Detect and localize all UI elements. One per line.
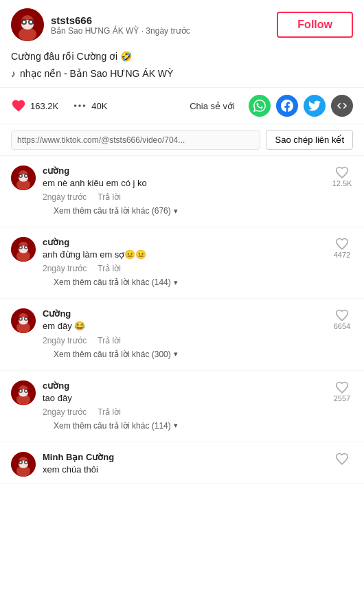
comment-body: Minh Bạn Cường xem chúa thôi: [43, 452, 114, 479]
svg-point-8: [74, 104, 77, 107]
commenter-avatar[interactable]: [11, 380, 36, 405]
share-twitter-button[interactable]: [304, 95, 326, 117]
comment-actions: 2ngày trước Trả lời: [43, 336, 121, 345]
caption-text: Cường đâu rồi Cường ơi 🤣: [11, 51, 132, 62]
commenter-avatar[interactable]: [11, 237, 36, 262]
follow-button[interactable]: Follow: [277, 12, 353, 38]
like-count: 6654: [334, 322, 350, 330]
svg-point-50: [25, 461, 27, 463]
comment-text: em đây 😂: [43, 320, 121, 332]
share-icons: [249, 95, 353, 117]
reply-button[interactable]: Trả lời: [98, 264, 121, 273]
post-caption: Cường đâu rồi Cường ơi 🤣: [0, 49, 364, 68]
comment-header: cường anh đừng làm em sợ😐😐 2ngày trước T…: [11, 237, 146, 273]
more-replies-text: Xem thêm câu trả lời khác (676): [54, 206, 171, 216]
comment-time: 2ngày trước: [43, 264, 87, 273]
comment-text: anh đừng làm em sợ😐😐: [43, 249, 146, 261]
comment-body: cường em nè anh kiêu em có j ko 2ngày tr…: [43, 166, 147, 202]
comment-text: tao đây: [43, 392, 121, 405]
reply-button[interactable]: Trả lời: [98, 336, 121, 345]
commenter-name: Minh Bạn Cường: [43, 452, 114, 462]
comment-row: cường anh đừng làm em sợ😐😐 2ngày trước T…: [11, 237, 353, 273]
more-replies-text: Xem thêm câu trả lời khác (114): [54, 421, 171, 431]
comment-body: Cường em đây 😂 2ngày trước Trả lời: [43, 308, 121, 345]
svg-point-26: [25, 247, 27, 249]
more-replies-button[interactable]: Xem thêm câu trả lời khác (144) ▾: [11, 273, 353, 294]
link-url: https://www.tiktok.com/@ststs666/video/7…: [11, 130, 260, 150]
comment-actions: 2ngày trước Trả lời: [43, 407, 121, 417]
svg-point-18: [25, 175, 27, 177]
heart-icon: [335, 237, 349, 251]
user-avatar[interactable]: [11, 8, 44, 41]
share-code-button[interactable]: [331, 95, 353, 117]
chevron-down-icon: ▾: [174, 207, 178, 216]
chevron-down-icon: ▾: [174, 421, 178, 430]
commenter-name: cường: [43, 380, 121, 391]
commenter-avatar[interactable]: [11, 452, 36, 477]
svg-point-49: [20, 461, 22, 463]
more-replies-button[interactable]: Xem thêm câu trả lời khác (114) ▾: [11, 417, 353, 437]
comment-row: Minh Bạn Cường xem chúa thôi: [11, 452, 353, 479]
comment-time: 2ngày trước: [43, 336, 87, 345]
link-row: https://www.tiktok.com/@ststs666/video/7…: [0, 124, 364, 156]
commenter-name: cường: [43, 166, 147, 176]
comments-stat[interactable]: 40K: [72, 98, 107, 113]
svg-point-17: [20, 175, 22, 177]
comment-body: cường anh đừng làm em sợ😐😐 2ngày trước T…: [43, 237, 146, 273]
comment-like[interactable]: 6654: [331, 308, 353, 330]
music-line[interactable]: ♪ nhạc nền - Bản Sao HƯNG ÁK WỲ: [0, 68, 364, 87]
comment-item: cường anh đừng làm em sợ😐😐 2ngày trước T…: [0, 227, 364, 299]
reply-button[interactable]: Trả lời: [98, 192, 121, 202]
comments-section: cường em nè anh kiêu em có j ko 2ngày tr…: [0, 156, 364, 483]
comment-icon: [72, 98, 87, 113]
svg-point-41: [20, 389, 22, 391]
svg-point-42: [25, 389, 27, 391]
comment-item: Cường em đây 😂 2ngày trước Trả lời 6654 …: [0, 299, 364, 370]
svg-point-25: [20, 247, 22, 249]
music-note-icon: ♪: [11, 68, 16, 79]
comment-row: cường em nè anh kiêu em có j ko 2ngày tr…: [11, 166, 353, 202]
comment-like[interactable]: [331, 452, 353, 466]
chevron-down-icon: ▾: [174, 350, 178, 359]
copy-link-button[interactable]: Sao chép liên kết: [266, 130, 353, 150]
comment-like[interactable]: 4472: [331, 237, 353, 259]
comment-header: Cường em đây 😂 2ngày trước Trả lời: [11, 308, 121, 345]
stats-row: 163.2K 40K Chia sẻ với: [0, 87, 364, 124]
likes-count: 163.2K: [30, 101, 58, 111]
more-replies-button[interactable]: Xem thêm câu trả lời khác (676) ▾: [11, 202, 353, 223]
svg-point-7: [30, 21, 32, 23]
comments-count: 40K: [91, 101, 107, 111]
username[interactable]: ststs666: [51, 14, 190, 26]
comment-item: Minh Bạn Cường xem chúa thôi: [0, 442, 364, 483]
share-facebook-button[interactable]: [276, 95, 298, 117]
like-count: 4472: [334, 251, 350, 259]
likes-stat[interactable]: 163.2K: [11, 98, 58, 113]
svg-point-6: [23, 21, 25, 23]
comment-row: Cường em đây 😂 2ngày trước Trả lời 6654: [11, 308, 353, 345]
comment-item: cường em nè anh kiêu em có j ko 2ngày tr…: [0, 156, 364, 227]
comment-time: 2ngày trước: [43, 192, 87, 202]
more-replies-button[interactable]: Xem thêm câu trả lời khác (300) ▾: [11, 345, 353, 366]
comment-actions: 2ngày trước Trả lời: [43, 264, 146, 273]
comment-text: em nè anh kiêu em có j ko: [43, 177, 147, 190]
username-block: ststs666 Bản Sao HƯNG ÁK WỲ · 3ngày trướ…: [51, 14, 190, 36]
heart-icon: [335, 308, 349, 322]
reply-button[interactable]: Trả lời: [98, 407, 121, 417]
comment-header: Minh Bạn Cường xem chúa thôi: [11, 452, 114, 479]
svg-point-9: [78, 104, 81, 107]
svg-point-33: [20, 318, 22, 320]
comment-like[interactable]: 2557: [331, 380, 353, 402]
more-replies-text: Xem thêm câu trả lời khác (300): [54, 350, 171, 359]
post-header: ststs666 Bản Sao HƯNG ÁK WỲ · 3ngày trướ…: [0, 0, 364, 49]
commenter-name: cường: [43, 237, 146, 247]
share-whatsapp-button[interactable]: [249, 95, 271, 117]
svg-point-10: [83, 104, 86, 107]
more-replies-text: Xem thêm câu trả lời khác (144): [54, 277, 171, 287]
comment-body: cường tao đây 2ngày trước Trả lời: [43, 380, 121, 417]
heart-icon: [335, 166, 349, 179]
svg-point-34: [25, 318, 27, 320]
commenter-avatar[interactable]: [11, 308, 36, 333]
comment-header: cường tao đây 2ngày trước Trả lời: [11, 380, 121, 417]
comment-like[interactable]: 12.5K: [331, 166, 353, 187]
commenter-avatar[interactable]: [11, 166, 36, 190]
